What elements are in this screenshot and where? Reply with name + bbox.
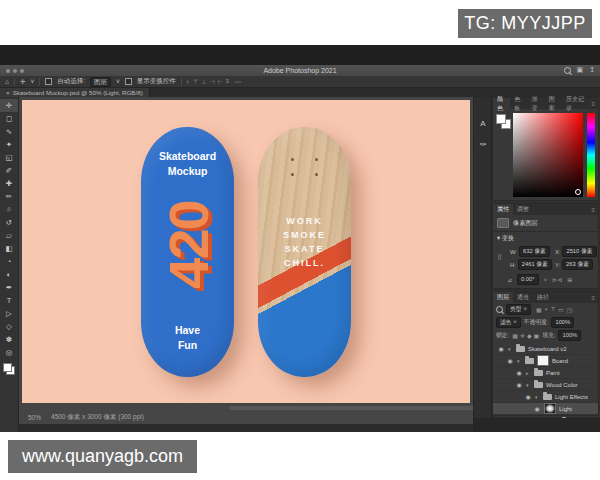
chevron-down-icon[interactable]: ▾ (497, 234, 500, 241)
lock-all-icon[interactable]: ▣ (534, 332, 540, 339)
layer-row-wood-color[interactable]: ◉ ▾ Wood Color (493, 379, 598, 391)
hand-tool-icon[interactable]: ✽ (6, 333, 12, 346)
tab-color[interactable]: 颜色 (493, 98, 510, 109)
panel-menu-icon[interactable]: ≡ (588, 292, 598, 303)
quick-select-tool-icon[interactable]: ✦ (6, 138, 12, 151)
filter-shape-icon[interactable]: ▭ (558, 306, 564, 313)
horizontal-scrollbar[interactable] (229, 406, 474, 410)
panel-menu-icon[interactable]: ≡ (589, 98, 599, 109)
chevron-right-icon[interactable]: ▸ (526, 370, 531, 376)
chevron-down-icon[interactable]: ▾ (508, 346, 513, 352)
align-left-icon[interactable]: ⊦ (187, 78, 190, 85)
blue-skateboard-deck[interactable]: Skateboard Mockup 420 Have Fun (141, 127, 234, 377)
y-field[interactable]: 263 像素 (562, 259, 593, 270)
align-hcenter-icon[interactable]: ⊣ (209, 78, 214, 85)
tab-channels[interactable]: 通道 (513, 292, 533, 303)
align-vcenter-icon[interactable]: ⊢ (218, 78, 223, 85)
visibility-eye-icon[interactable]: ◉ (506, 357, 514, 364)
caret-icon[interactable]: ˅ (544, 277, 548, 283)
chevron-down-icon[interactable]: ▾ (517, 358, 522, 364)
layer-row-skateboard-v2[interactable]: ◉ ▾ Skateboard v2 (493, 343, 598, 355)
auto-select-target-dropdown[interactable]: 图层 (90, 77, 111, 87)
marquee-tool-icon[interactable]: ◻ (6, 112, 12, 125)
opacity-field[interactable]: 100% (551, 317, 574, 328)
color-swatch-pair[interactable] (496, 114, 510, 128)
layer-row-board[interactable]: ◉ ▾ Board (493, 355, 598, 367)
hue-slider[interactable] (587, 113, 595, 197)
tab-patterns[interactable]: 图案 (545, 98, 562, 109)
workspace-icon[interactable]: ▣ (577, 66, 584, 74)
layer-filter-dropdown[interactable]: 类型 ˅ (506, 304, 531, 315)
history-brush-tool-icon[interactable]: ↺ (6, 216, 12, 229)
gradient-tool-icon[interactable]: ◧ (5, 242, 12, 255)
align-bottom-icon[interactable]: ⊥ (201, 78, 206, 85)
search-icon[interactable] (564, 67, 571, 74)
path-select-tool-icon[interactable]: ▷ (6, 307, 12, 320)
tab-swatches[interactable]: 色板 (510, 98, 527, 109)
pen-tool-icon[interactable]: ✒ (6, 281, 12, 294)
color-field[interactable] (513, 113, 583, 197)
blend-mode-dropdown[interactable]: 滤色 ˅ (496, 317, 521, 328)
tab-properties[interactable]: 属性 (493, 204, 513, 215)
filter-type-icon[interactable]: T (551, 306, 555, 313)
layer-row-light[interactable]: ◉ Light (493, 403, 598, 415)
brush-tool-icon[interactable]: ✏ (6, 190, 12, 203)
layer-search-icon[interactable] (496, 306, 503, 313)
lock-transparent-icon[interactable]: ▦ (512, 332, 518, 339)
clone-stamp-tool-icon[interactable]: ⌾ (7, 203, 12, 216)
wood-skateboard-deck[interactable]: WORK SMOKE SKATE CHILL. (258, 127, 351, 377)
filter-smart-icon[interactable]: ◳ (567, 306, 573, 313)
lock-artboard-icon[interactable]: ◆ (527, 332, 532, 339)
dodge-tool-icon[interactable]: ◐ (7, 268, 12, 281)
layer-row-paint[interactable]: ◉ ▸ Paint (493, 367, 598, 379)
fill-field[interactable]: 100% (558, 330, 581, 341)
visibility-eye-icon[interactable]: ◉ (533, 405, 541, 412)
visibility-eye-icon[interactable]: ◉ (515, 381, 523, 388)
more-options-icon[interactable]: ⋯ (234, 78, 241, 86)
tab-adjustments[interactable]: 调整 (513, 204, 533, 215)
auto-select-checkbox[interactable] (45, 78, 52, 85)
home-icon[interactable]: ⌂ (5, 78, 9, 85)
zoom-tool-icon[interactable]: ◎ (6, 346, 13, 359)
filter-adjustment-icon[interactable]: ◐ (545, 306, 549, 313)
tab-paths[interactable]: 路径 (533, 292, 553, 303)
lasso-tool-icon[interactable]: ∿ (6, 125, 12, 138)
share-icon[interactable]: ↥ (589, 66, 595, 74)
layer-row-light-effects[interactable]: ◉ ▾ Light Effects (493, 391, 598, 403)
color-picker-dot[interactable] (575, 189, 581, 195)
height-field[interactable]: 2461 像素 (518, 259, 552, 270)
tab-gradients[interactable]: 渐变 (528, 98, 545, 109)
chevron-down-icon[interactable]: ▾ (535, 394, 540, 400)
shape-tool-icon[interactable]: ◇ (6, 320, 12, 333)
blur-tool-icon[interactable]: ◔ (7, 255, 12, 268)
chevron-down-icon[interactable]: ▾ (526, 382, 531, 388)
foreground-background-swatches[interactable] (3, 363, 15, 375)
filter-pixel-icon[interactable]: ▦ (536, 306, 542, 313)
artboard[interactable]: Skateboard Mockup 420 Have Fun WORK (22, 100, 470, 403)
visibility-eye-icon[interactable]: ◉ (515, 369, 523, 376)
move-tool-option-icon[interactable]: ✛ (20, 78, 25, 86)
show-transform-checkbox[interactable] (125, 78, 132, 85)
eraser-tool-icon[interactable]: ▱ (6, 229, 12, 242)
tab-layers[interactable]: 图层 (493, 292, 513, 303)
close-tab-icon[interactable]: × (6, 89, 10, 96)
tab-history[interactable]: 历史记录 (562, 98, 589, 109)
document-tab[interactable]: × Skateboard Mockup.psd @ 50% (Light, RG… (0, 88, 150, 97)
grid-icon[interactable]: ⊞ (567, 276, 572, 283)
align-top-icon[interactable]: ⊤ (193, 78, 198, 85)
reference-point-icon[interactable]: ⠿ (497, 254, 507, 262)
visibility-eye-icon[interactable]: ◉ (497, 345, 505, 352)
width-field[interactable]: 632 像素 (519, 246, 550, 257)
panel-menu-icon[interactable]: ≡ (588, 204, 598, 215)
x-field[interactable]: 2510 像素 (562, 246, 596, 257)
flip-icon[interactable]: ⊳⊲ (552, 276, 562, 283)
eyedropper-tool-icon[interactable]: ✐ (6, 164, 12, 177)
move-tool-icon[interactable]: ✛ (0, 99, 18, 112)
character-panel-icon[interactable]: A (480, 119, 485, 128)
brushes-panel-icon[interactable]: ✑ (480, 140, 487, 149)
angle-field[interactable]: 0.00° (517, 274, 539, 285)
zoom-level[interactable]: 50% (28, 414, 41, 421)
crop-tool-icon[interactable]: ◱ (5, 151, 12, 164)
visibility-eye-icon[interactable]: ◉ (524, 393, 532, 400)
lock-position-icon[interactable]: ✛ (520, 332, 525, 339)
